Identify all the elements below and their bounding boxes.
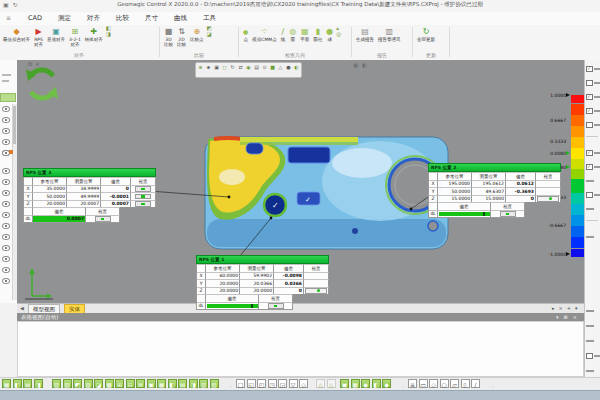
bottom_g4-icon-1[interactable]: △ xyxy=(327,379,336,388)
bottom_g3-icon-1[interactable]: ◱ xyxy=(247,379,256,388)
321-align-button[interactable]: ⊞3-2-1 对齐 xyxy=(68,25,82,48)
compare-extra-buttons[interactable]: ◩◪ xyxy=(207,25,212,37)
checkbox-unchecked-icon[interactable] xyxy=(586,353,593,360)
tree-visibility-toggle[interactable] xyxy=(2,150,10,158)
bottom_g6-icon-2[interactable]: ◇ xyxy=(429,379,438,388)
menu-item-工具[interactable]: 工具 xyxy=(203,14,216,23)
rps-table-3[interactable]: RPS 位置 3参考位置测量位置偏差检查X35.000034.99990Y50.… xyxy=(23,168,156,223)
checkbox-unchecked-icon[interactable] xyxy=(586,122,593,129)
table-view-header[interactable] xyxy=(17,313,584,321)
tree-visibility-toggle[interactable] xyxy=(2,139,10,147)
bottom_g2-icon-12[interactable]: ▤ xyxy=(178,379,187,388)
bottom_g2-icon-2[interactable]: ◩ xyxy=(73,379,82,388)
bottom_g5-icon-3[interactable]: ◧ xyxy=(372,379,381,388)
bottom_g3-icon-2[interactable]: ◰ xyxy=(257,379,266,388)
bottom_g1-icon-1[interactable]: ◧ xyxy=(13,379,22,388)
bottom_g2-icon-15[interactable]: ▧ xyxy=(210,379,219,388)
rps-table-1[interactable]: RPS 位置 1参考位置测量位置偏差检查X60.000059.9902-0.00… xyxy=(196,255,329,310)
circle-button[interactable]: ◍圆 xyxy=(288,25,297,43)
bottom_g2-icon-13[interactable]: ◨ xyxy=(189,379,198,388)
viewport-tool-icon-11[interactable]: ● xyxy=(285,64,292,71)
tab-control-icon-1[interactable]: × xyxy=(559,305,563,311)
tree-visibility-toggle[interactable] xyxy=(2,190,10,198)
bottom_g1-icon-0[interactable]: ▦ xyxy=(2,379,11,388)
tab-control-icon-3[interactable]: ▾ xyxy=(575,305,578,311)
checkbox-checked-icon[interactable]: ✓ xyxy=(586,150,593,157)
bottom_g2-icon-9[interactable]: ▣ xyxy=(147,379,156,388)
viewport-tool-icon-1[interactable]: ◈ xyxy=(205,64,212,71)
tree-visibility-toggle[interactable] xyxy=(2,256,10,264)
viewport-tool-icon-8[interactable]: ⊙ xyxy=(261,64,268,71)
viewport-tool-icon-2[interactable]: ▣ xyxy=(213,64,220,71)
panel-close-icon[interactable]: × xyxy=(35,61,39,67)
checkbox-checked-icon[interactable]: ✓ xyxy=(586,164,593,171)
menu-item-对齐[interactable]: 对齐 xyxy=(87,14,100,23)
vp_toolbar2-icon-1[interactable]: ◧ xyxy=(361,62,368,69)
bottom_g2-icon-8[interactable]: ⊠ xyxy=(136,379,145,388)
tree-visibility-toggle[interactable] xyxy=(2,117,10,125)
tree-visibility-toggle[interactable] xyxy=(2,278,10,286)
checkbox-checked-icon[interactable]: ✓ xyxy=(586,94,593,101)
tree-group-header[interactable] xyxy=(0,93,16,102)
tab-control-icon-0[interactable]: ▸ xyxy=(552,305,555,311)
tree-visibility-toggle[interactable] xyxy=(2,128,10,136)
bottom_g2-icon-4[interactable]: ◪ xyxy=(94,379,103,388)
3d-compare-button[interactable]: ■3D 比较 xyxy=(163,25,174,48)
bottom_g6-icon-0[interactable]: ≡ xyxy=(408,379,417,388)
menu-item-测定[interactable]: 测定 xyxy=(58,14,71,23)
bottom_g5-icon-1[interactable]: ▦ xyxy=(351,379,360,388)
tree-visibility-toggle[interactable] xyxy=(2,106,10,114)
bottom_g3-icon-6[interactable]: ◇ xyxy=(299,379,308,388)
viewport-tool-icon-9[interactable]: ■ xyxy=(269,64,276,71)
menu-item-尺寸[interactable]: 尺寸 xyxy=(145,14,158,23)
bottom_g5-icon-4[interactable]: ◆ xyxy=(382,379,391,388)
viewport-tool-icon-7[interactable]: ▤ xyxy=(253,64,260,71)
panel-menu-icon[interactable]: ▾ xyxy=(556,314,559,320)
menu-item-比较[interactable]: 比较 xyxy=(116,14,129,23)
bottom_g2-icon-11[interactable]: ◧ xyxy=(168,379,177,388)
tree-visibility-toggle[interactable] xyxy=(2,201,10,209)
bottom_g6-icon-5[interactable]: ▯ xyxy=(461,379,470,388)
bottom_g6-icon-4[interactable]: ▱ xyxy=(450,379,459,388)
menu-item-CAD[interactable]: CAD xyxy=(28,14,42,23)
panel-close-icon[interactable]: × xyxy=(573,314,577,320)
tree-visibility-toggle[interactable] xyxy=(2,245,10,253)
bottom_g1-icon-3[interactable]: ◨ xyxy=(34,379,43,388)
bottom_g3-icon-4[interactable]: ◲ xyxy=(278,379,287,388)
bottom_g5-icon-2[interactable]: ◉ xyxy=(361,379,370,388)
tree-visibility-toggle[interactable] xyxy=(2,223,10,231)
update-all-button[interactable]: ↻全部更新 xyxy=(416,25,436,43)
datum-align-button[interactable]: ▣基准对齐 xyxy=(46,25,66,43)
tree-visibility-toggle[interactable] xyxy=(2,212,10,220)
viewport-tool-icon-0[interactable]: ⊕ xyxy=(197,64,204,71)
viewport-tool-icon-3[interactable]: ◻ xyxy=(221,64,228,71)
menu-item-曲线[interactable]: 曲线 xyxy=(174,14,187,23)
bottom_g5-icon-0[interactable]: ▣ xyxy=(340,379,349,388)
checkbox-checked-icon[interactable]: ✓ xyxy=(586,108,593,115)
viewport-tool-icon-6[interactable]: ◉ xyxy=(245,64,252,71)
bottom_g2-icon-6[interactable]: ⊞ xyxy=(115,379,124,388)
bottom_g3-icon-0[interactable]: □ xyxy=(236,379,245,388)
bottom_g2-icon-3[interactable]: ▨ xyxy=(84,379,93,388)
sphere-button[interactable]: ●球 xyxy=(325,25,334,43)
cylinder-button[interactable]: ▮圆柱 xyxy=(312,25,323,43)
plane-button[interactable]: ▦平面 xyxy=(299,25,310,43)
bottom_g2-icon-0[interactable]: ▥ xyxy=(52,379,61,388)
report-manager-button[interactable]: ▥报告管理器 xyxy=(377,25,402,43)
bottom_g4-icon-0[interactable]: △ xyxy=(316,379,325,388)
bottom_g2-icon-10[interactable]: ▦ xyxy=(157,379,166,388)
app-menu-icon[interactable]: ≡ xyxy=(6,14,11,21)
checkbox-unchecked-icon[interactable] xyxy=(586,80,593,87)
viewport-tool-icon-4[interactable]: ↻ xyxy=(229,64,236,71)
bottom_g1-icon-2[interactable]: ▤ xyxy=(23,379,32,388)
rps-align-button[interactable]: ▶RPS 对齐 xyxy=(33,25,44,48)
bottom_g6-icon-3[interactable]: ○ xyxy=(440,379,449,388)
viewport-tool-icon-10[interactable]: △ xyxy=(277,64,284,71)
geometry-extra-buttons[interactable]: ▴◎ xyxy=(336,25,341,37)
bottom_g2-icon-7[interactable]: ⊟ xyxy=(126,379,135,388)
checkbox-unchecked-icon[interactable] xyxy=(586,192,593,199)
bottom_g6-icon-6[interactable]: ∕ xyxy=(471,379,480,388)
best-fit-align-button[interactable]: ◆最佳拟合对齐 xyxy=(2,25,31,43)
viewport-tool-icon-5[interactable]: ⇄ xyxy=(237,64,244,71)
line-button[interactable]: ∕线 xyxy=(280,25,287,43)
